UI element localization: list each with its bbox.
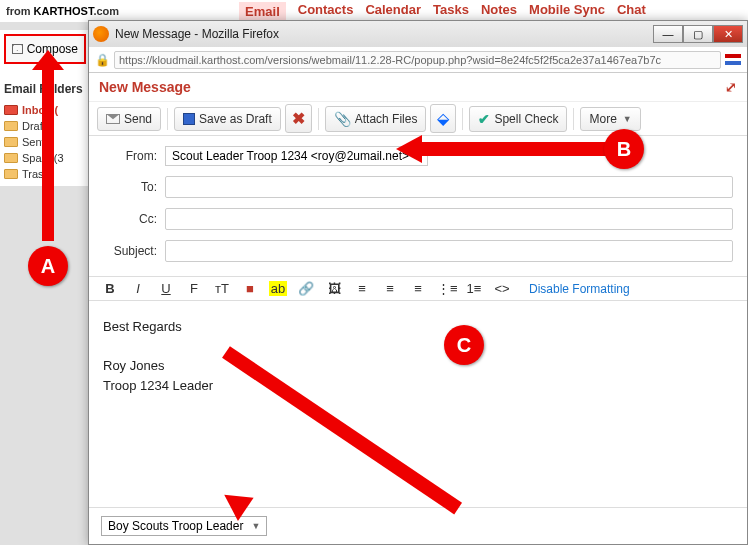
cc-label: Cc:	[103, 212, 157, 226]
chevron-down-icon: ▼	[251, 521, 260, 531]
lock-icon: 🔒	[95, 53, 110, 67]
nav-tab-calendar[interactable]: Calendar	[365, 2, 421, 21]
save-draft-button[interactable]: Save as Draft	[174, 107, 281, 131]
disk-icon	[183, 113, 195, 125]
window-title: New Message - Mozilla Firefox	[115, 27, 647, 41]
from-label: From:	[103, 149, 157, 163]
folder-icon	[4, 137, 18, 147]
nav-tab-tasks[interactable]: Tasks	[433, 2, 469, 21]
x-icon: ✖	[292, 109, 305, 128]
message-heading: New Message	[99, 79, 191, 95]
to-input[interactable]	[165, 176, 733, 198]
folder-icon	[4, 169, 18, 179]
body-signature-name: Roy Jones	[103, 356, 733, 376]
font-button[interactable]: F	[185, 281, 203, 296]
underline-button[interactable]: U	[157, 281, 175, 296]
align-right-button[interactable]: ≡	[409, 281, 427, 296]
from-select[interactable]: Scout Leader Troop 1234 <roy@2umail.net>…	[165, 146, 428, 166]
spell-check-button[interactable]: ✔ Spell Check	[469, 106, 567, 132]
align-left-button[interactable]: ≡	[353, 281, 371, 296]
url-input[interactable]: https://kloudmail.karthost.com/versions/…	[114, 51, 721, 69]
signature-select[interactable]: Boy Scouts Troop Leader ▼	[101, 516, 267, 536]
nav-tab-notes[interactable]: Notes	[481, 2, 517, 21]
chevron-down-icon: ▼	[623, 114, 632, 124]
font-size-button[interactable]: тT	[213, 281, 231, 296]
nav-tab-email[interactable]: Email	[239, 2, 286, 21]
envelope-icon	[12, 44, 23, 54]
compose-fields: From: Scout Leader Troop 1234 <roy@2umai…	[89, 136, 747, 276]
text-color-button[interactable]: ■	[241, 281, 259, 296]
discard-button[interactable]: ✖	[285, 104, 312, 133]
disable-formatting-link[interactable]: Disable Formatting	[529, 282, 630, 296]
image-button[interactable]: 🖼	[325, 281, 343, 296]
dropbox-icon: ⬙	[437, 109, 449, 128]
body-regards: Best Regards	[103, 317, 733, 337]
source-button[interactable]: <>	[493, 281, 511, 296]
address-bar: 🔒 https://kloudmail.karthost.com/version…	[89, 47, 747, 73]
window-minimize-button[interactable]: —	[653, 25, 683, 43]
compose-window: New Message - Mozilla Firefox — ▢ ✕ 🔒 ht…	[88, 20, 748, 545]
more-button[interactable]: More▼	[580, 107, 640, 131]
folder-icon	[4, 121, 18, 131]
window-titlebar[interactable]: New Message - Mozilla Firefox — ▢ ✕	[89, 21, 747, 47]
bullet-list-button[interactable]: ⋮≡	[437, 281, 455, 296]
folder-icon	[4, 153, 18, 163]
chevron-down-icon: ▼	[414, 150, 423, 160]
send-button[interactable]: Send	[97, 107, 161, 131]
subject-input[interactable]	[165, 240, 733, 262]
to-label: To:	[103, 180, 157, 194]
bold-button[interactable]: B	[101, 281, 119, 296]
cc-input[interactable]	[165, 208, 733, 230]
highlight-button[interactable]: ab	[269, 281, 287, 296]
italic-button[interactable]: I	[129, 281, 147, 296]
format-toolbar: B I U F тT ■ ab 🔗 🖼 ≡ ≡ ≡ ⋮≡ 1≡ <> Disab…	[89, 276, 747, 301]
expand-window-icon[interactable]: ⤢	[725, 79, 737, 95]
send-icon	[106, 114, 120, 124]
folder-icon	[4, 105, 18, 115]
attach-files-button[interactable]: 📎 Attach Files	[325, 106, 427, 132]
message-header: New Message ⤢	[89, 73, 747, 102]
link-button[interactable]: 🔗	[297, 281, 315, 296]
brand-logo: from KARTHOST.com	[6, 5, 119, 17]
subject-label: Subject:	[103, 244, 157, 258]
dropbox-button[interactable]: ⬙	[430, 104, 456, 133]
window-maximize-button[interactable]: ▢	[683, 25, 713, 43]
paperclip-icon: 📎	[334, 111, 351, 127]
window-close-button[interactable]: ✕	[713, 25, 743, 43]
nav-tab-chat[interactable]: Chat	[617, 2, 646, 21]
flag-icon	[725, 54, 741, 65]
firefox-icon	[93, 26, 109, 42]
message-body[interactable]: Best Regards Roy Jones Troop 1234 Leader	[89, 301, 747, 507]
top-nav: from KARTHOST.com EmailContactsCalendarT…	[0, 0, 748, 22]
annotation-label-a: A	[28, 246, 68, 286]
compose-toolbar: Send Save as Draft ✖ 📎 Attach Files ⬙ ✔ …	[89, 102, 747, 136]
check-icon: ✔	[478, 111, 490, 127]
align-center-button[interactable]: ≡	[381, 281, 399, 296]
nav-tab-mobile-sync[interactable]: Mobile Sync	[529, 2, 605, 21]
nav-tab-contacts[interactable]: Contacts	[298, 2, 354, 21]
number-list-button[interactable]: 1≡	[465, 281, 483, 296]
body-signature-title: Troop 1234 Leader	[103, 376, 733, 396]
signature-area: Boy Scouts Troop Leader ▼	[89, 507, 747, 544]
